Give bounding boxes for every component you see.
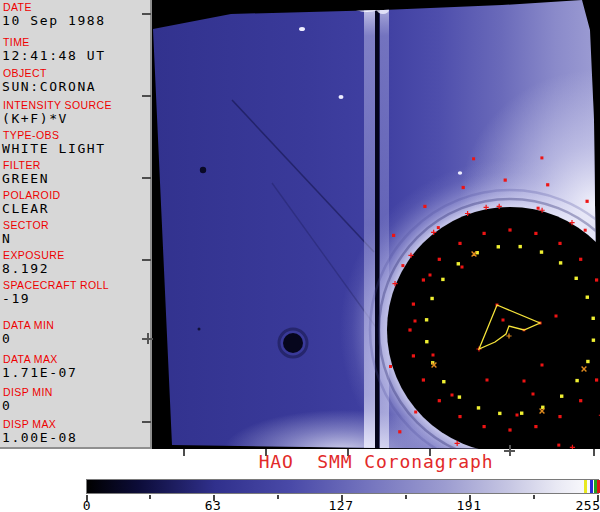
calibration-dot — [477, 406, 480, 409]
calibration-dot — [392, 234, 395, 237]
calibration-dot — [458, 242, 461, 245]
axis-tick-left — [142, 259, 151, 261]
field-value-intensity-source: (K+F)*V — [2, 111, 68, 126]
field-label-filter: FILTER — [3, 160, 41, 171]
field-value-object: SUN:CORONA — [2, 79, 96, 94]
calibration-dot — [516, 414, 519, 417]
calibration-dot — [457, 262, 460, 265]
calibration-dot — [461, 266, 464, 269]
colorbar-tick — [277, 495, 279, 499]
field-value-data-min: 0 — [2, 331, 11, 346]
field-label-date: DATE — [3, 2, 32, 13]
field-value-disp-min: 0 — [2, 398, 11, 413]
calibration-dot — [422, 278, 425, 281]
axis-tick-left — [142, 177, 151, 179]
calibration-dot — [458, 415, 461, 418]
calibration-dot — [497, 245, 500, 248]
metadata-panel: DATE10 Sep 1988TIME12:41:48 UTOBJECTSUN:… — [0, 0, 152, 449]
field-value-date: 10 Sep 1988 — [2, 13, 106, 28]
calibration-dot — [441, 278, 444, 281]
calibration-dot — [540, 156, 543, 159]
colorbar-tick — [149, 495, 151, 499]
calibration-dot — [430, 297, 433, 300]
calibration-dot — [559, 261, 562, 264]
calibration-dot — [425, 318, 428, 321]
calibration-dot — [523, 380, 526, 383]
colorbar-label-127: 127 — [329, 498, 354, 512]
calibration-dot — [520, 412, 523, 415]
calibration-dot — [586, 296, 589, 299]
calibration-dot — [575, 379, 578, 382]
calibration-dot — [592, 317, 595, 320]
field-value-spacecraft-roll: -19 — [2, 291, 30, 306]
calibration-dot — [579, 399, 582, 402]
app-window: DATE10 Sep 1988TIME12:41:48 UTOBJECTSUN:… — [0, 0, 600, 512]
calibration-dot — [557, 444, 560, 447]
field-label-disp-min: DISP MIN — [3, 387, 53, 398]
calibration-dot — [401, 264, 404, 267]
calibration-dot — [541, 364, 544, 367]
calibration-dot — [584, 229, 587, 232]
colorbar-gradient — [86, 479, 599, 494]
calibration-dot — [575, 277, 578, 280]
field-label-intensity-source: INTENSITY SOURCE — [3, 100, 112, 111]
calibration-dot — [486, 379, 489, 382]
axis-tick-left — [142, 95, 151, 97]
calibration-dot — [498, 412, 501, 415]
calibration-dot — [442, 380, 445, 383]
calibration-dot — [560, 395, 563, 398]
calibration-dot — [579, 258, 582, 261]
colorbar-glitch-yellow — [584, 480, 587, 493]
calibration-dot — [532, 393, 535, 396]
axis-plus-mark — [142, 333, 153, 344]
calibration-dot — [438, 258, 441, 261]
calibration-dot — [462, 186, 465, 189]
calibration-dot — [412, 303, 415, 306]
calibration-dot — [437, 226, 440, 229]
image-title: HAO SMM Coronagraph — [152, 452, 600, 472]
calibration-dot — [408, 328, 411, 331]
calibration-dot — [412, 354, 415, 357]
calibration-dot — [472, 157, 475, 160]
calibration-dot — [414, 411, 417, 414]
calibration-dot — [502, 319, 505, 322]
colorbar-label-0: 0 — [83, 498, 91, 512]
field-value-type-obs: WHITE LIGHT — [2, 141, 106, 156]
colorbar-label-63: 63 — [205, 498, 222, 512]
calibration-dot — [555, 315, 558, 318]
calibration-dot — [432, 354, 435, 357]
calibration-dot — [458, 395, 461, 398]
calibration-dot — [534, 232, 537, 235]
colorbar-tick — [405, 495, 407, 499]
calibration-dot — [537, 207, 540, 210]
calibration-dot — [483, 232, 486, 235]
calibration-dot — [508, 228, 511, 231]
field-label-spacecraft-roll: SPACECRAFT ROLL — [3, 280, 109, 291]
field-label-type-obs: TYPE-OBS — [3, 130, 59, 141]
field-label-disp-max: DISP MAX — [3, 419, 56, 430]
calibration-dot — [595, 378, 598, 381]
calibration-dot — [483, 425, 486, 428]
field-label-data-max: DATA MAX — [3, 354, 58, 365]
coronagraph-canvas — [152, 0, 600, 449]
calibration-dot — [558, 415, 561, 418]
calibration-dot — [595, 278, 598, 281]
field-value-filter: GREEN — [2, 171, 49, 186]
calibration-dot — [504, 179, 507, 182]
calibration-dot — [586, 200, 589, 203]
calibration-dot — [540, 250, 543, 253]
calibration-dot — [423, 205, 426, 208]
field-label-data-min: DATA MIN — [3, 320, 54, 331]
field-label-polaroid: POLAROID — [3, 190, 60, 201]
calibration-dot — [508, 428, 511, 431]
axis-tick-left — [142, 421, 151, 423]
calibration-dot — [398, 430, 401, 433]
calibration-dot — [422, 378, 425, 381]
calibration-dot — [534, 425, 537, 428]
field-value-time: 12:41:48 UT — [2, 48, 106, 63]
field-value-sector: N — [2, 231, 11, 246]
field-label-object: OBJECT — [3, 68, 47, 79]
coronagraph-image — [152, 0, 600, 449]
field-label-exposure: EXPOSURE — [3, 250, 65, 261]
calibration-dot — [389, 365, 392, 368]
